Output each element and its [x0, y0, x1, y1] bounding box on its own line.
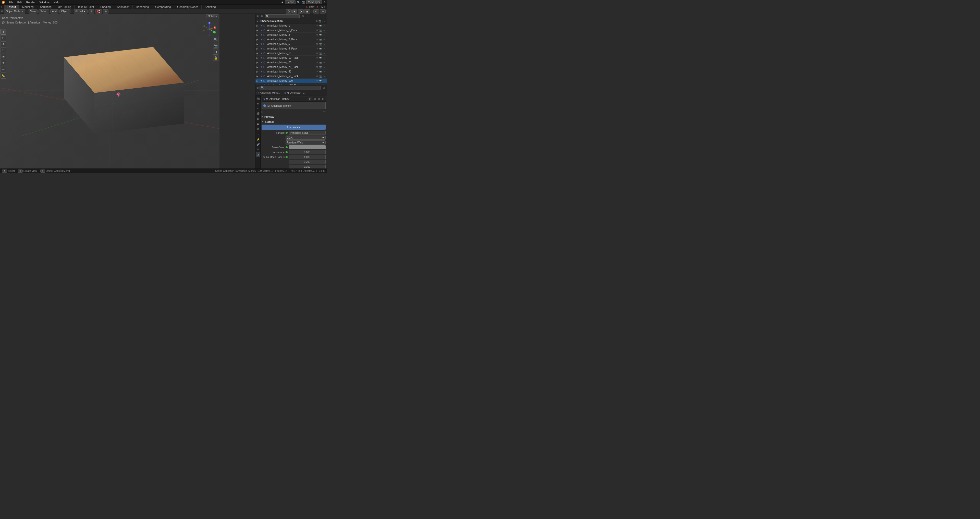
row-expand-0[interactable]: ▶ — [256, 24, 259, 27]
breadcrumb-item-1[interactable]: American_Mone... — [260, 91, 280, 94]
tab-compositing[interactable]: Compositing — [152, 5, 174, 9]
row-restrict-4-cam[interactable]: 📷 — [319, 43, 322, 46]
table-row[interactable]: ▶ ▼ ⬡ American_Money_100_Pack 👁 📷 ○ — [256, 83, 327, 85]
row-restrict-10-eye[interactable]: 👁 — [315, 70, 318, 73]
row-restrict-6-eye[interactable]: 👁 — [315, 52, 318, 55]
row-restrict-5-cam[interactable]: 📷 — [319, 47, 322, 50]
breadcrumb-item-2[interactable]: M_American_... — [287, 91, 305, 94]
table-row[interactable]: ▶ ▼ ⬡ American_Money_2_Pack 👁 📷 ○ — [256, 37, 327, 42]
prop-icon-material[interactable]: ◑ — [256, 152, 260, 157]
row-restrict-9-cam[interactable]: 📷 — [319, 65, 322, 68]
row-restrict-0-eye[interactable]: 👁 — [315, 24, 318, 27]
object-mode-btn[interactable]: Object Mode ▼ — [4, 10, 25, 14]
viewport-overlay-btn[interactable]: ⊙ — [313, 10, 319, 14]
prop-icon-world[interactable]: ◉ — [256, 116, 260, 121]
row-restrict-11-eye[interactable]: 👁 — [315, 75, 318, 78]
scene-label[interactable]: Scene — [285, 0, 296, 4]
props-search[interactable] — [259, 86, 321, 90]
surface-section-header[interactable]: ▼ Surface — [262, 119, 326, 124]
restrict-render[interactable]: 📷 — [318, 20, 321, 22]
row-restrict-12-eye[interactable]: 👁 — [315, 80, 318, 83]
row-restrict-6-hide[interactable]: ○ — [323, 52, 326, 55]
restrict-viewport[interactable]: ○ — [322, 20, 323, 22]
prop-icon-physics[interactable]: ⚡ — [256, 137, 260, 142]
view-btn[interactable]: View — [29, 10, 38, 14]
tab-shading[interactable]: Shading — [97, 5, 114, 9]
row-restrict-3-hide[interactable]: ○ — [323, 38, 326, 41]
row-restrict-13-eye[interactable]: 👁 — [315, 84, 318, 85]
menu-window[interactable]: Window — [38, 0, 52, 5]
outliner-search[interactable] — [265, 14, 300, 18]
row-restrict-13-hide[interactable]: ○ — [323, 84, 326, 85]
render-preview-btn[interactable]: ◑ — [213, 49, 218, 55]
material-expand-btn[interactable]: ▸ — [262, 110, 263, 114]
prop-icon-scene[interactable]: 🎬 — [256, 111, 260, 116]
material-more-btn[interactable]: ••• — [323, 111, 326, 113]
add-btn[interactable]: Add — [50, 10, 59, 14]
base-color-swatch[interactable] — [289, 145, 326, 149]
prop-icon-view[interactable]: 👁 — [256, 106, 260, 111]
gizmo-btn[interactable]: ⊕ — [320, 10, 326, 14]
prop-icon-particles[interactable]: ✦ — [256, 132, 260, 136]
row-restrict-1-hide[interactable]: ○ — [323, 29, 326, 32]
table-row[interactable]: ▶ ▼ ⬡ American_Money_100 👁 📷 ○ — [256, 79, 327, 83]
viewport[interactable]: User Perspective (0) Scene Collection | … — [0, 14, 220, 169]
camera-btn[interactable]: 📷 — [213, 43, 218, 48]
row-expand-1[interactable]: ▶ — [256, 29, 259, 32]
viewlayer-label[interactable]: ViewLayer — [306, 0, 322, 4]
transform-btn[interactable]: Global ▼ — [74, 10, 88, 14]
row-expand-2[interactable]: ▶ — [256, 34, 259, 36]
outliner-sync-btn[interactable]: ↕ — [306, 14, 310, 18]
tab-geometry-nodes[interactable]: Geometry Nodes — [174, 5, 202, 9]
prop-icon-modifier[interactable]: ⊕ — [256, 127, 260, 131]
menu-render[interactable]: Render — [24, 0, 38, 5]
row-expand-13[interactable]: ▶ — [256, 84, 259, 85]
row-restrict-5-hide[interactable]: ○ — [323, 47, 326, 50]
row-expand-5[interactable]: ▶ — [256, 48, 259, 50]
row-restrict-2-cam[interactable]: 📷 — [319, 33, 322, 37]
row-restrict-8-eye[interactable]: 👁 — [315, 61, 318, 64]
row-restrict-1-cam[interactable]: 📷 — [319, 29, 322, 32]
subsurface-radius-val-2[interactable]: 0.200 — [289, 160, 326, 164]
row-restrict-3-cam[interactable]: 📷 — [319, 38, 322, 41]
transform-tool[interactable]: ⊕ — [0, 60, 6, 65]
row-restrict-10-hide[interactable]: ○ — [323, 70, 326, 73]
material-btn[interactable]: ◑ — [298, 10, 304, 14]
cursor-tool[interactable]: ✛ — [0, 29, 6, 35]
row-restrict-8-cam[interactable]: 📷 — [319, 61, 322, 64]
row-restrict-13-cam[interactable]: 📷 — [319, 84, 322, 85]
row-expand-12[interactable]: ▶ — [256, 80, 259, 82]
row-restrict-2-eye[interactable]: 👁 — [315, 33, 318, 37]
row-expand-4[interactable]: ▶ — [256, 43, 259, 45]
object-btn[interactable]: Object — [59, 10, 70, 14]
tab-modeling[interactable]: Modeling — [19, 5, 37, 9]
collection-expand-icon[interactable]: ▼ — [256, 20, 259, 22]
table-row[interactable]: ▶ ▼ ⬡ American_Money_20 👁 📷 ○ — [256, 60, 327, 65]
solid-btn[interactable]: ● — [292, 10, 298, 14]
row-expand-3[interactable]: ▶ — [256, 38, 259, 41]
use-nodes-button[interactable]: Use Nodes — [262, 124, 326, 130]
row-restrict-11-hide[interactable]: ○ — [323, 75, 326, 78]
table-row[interactable]: ▶ ▼ ⬡ American_Money_1 👁 📷 ○ — [256, 24, 327, 28]
annotate-tool[interactable]: ✏ — [0, 67, 6, 73]
table-row[interactable]: ▶ ▼ ⬡ American_Money_50_Pack 👁 📷 ○ — [256, 74, 327, 79]
props-options-icon[interactable]: ⊟ — [321, 86, 326, 90]
table-row[interactable]: ▶ ▼ ⬡ American_Money_5_Pack 👁 📷 ○ — [256, 46, 327, 51]
proportional-btn[interactable]: ⊚ — [103, 10, 108, 14]
table-row[interactable]: ▶ ▼ ⬡ American_Money_50 👁 📷 ○ — [256, 69, 327, 74]
preview-section-header[interactable]: ▶ Preview — [262, 115, 326, 119]
options-button[interactable]: Options — [206, 14, 218, 18]
row-restrict-0-cam[interactable]: 📷 — [319, 24, 322, 27]
subsurface-radius-val-3[interactable]: 0.100 — [289, 165, 326, 169]
wireframe-btn[interactable]: ⬡ — [286, 10, 292, 14]
table-row[interactable]: ▶ ▼ ⬡ American_Money_2 👁 📷 ○ — [256, 33, 327, 37]
row-restrict-7-eye[interactable]: 👁 — [315, 56, 318, 59]
measure-tool[interactable]: 📏 — [0, 73, 6, 79]
row-restrict-3-eye[interactable]: 👁 — [315, 38, 318, 41]
row-restrict-12-cam[interactable]: 📷 — [319, 80, 322, 83]
viewport-gizmo[interactable]: X Y Z — [202, 21, 217, 37]
snap-btn[interactable]: 🧲 — [95, 10, 102, 14]
row-restrict-8-hide[interactable]: ○ — [323, 61, 326, 64]
zoom-to-fit-btn[interactable]: 🔍 — [213, 37, 218, 42]
row-expand-7[interactable]: ▶ — [256, 57, 259, 59]
